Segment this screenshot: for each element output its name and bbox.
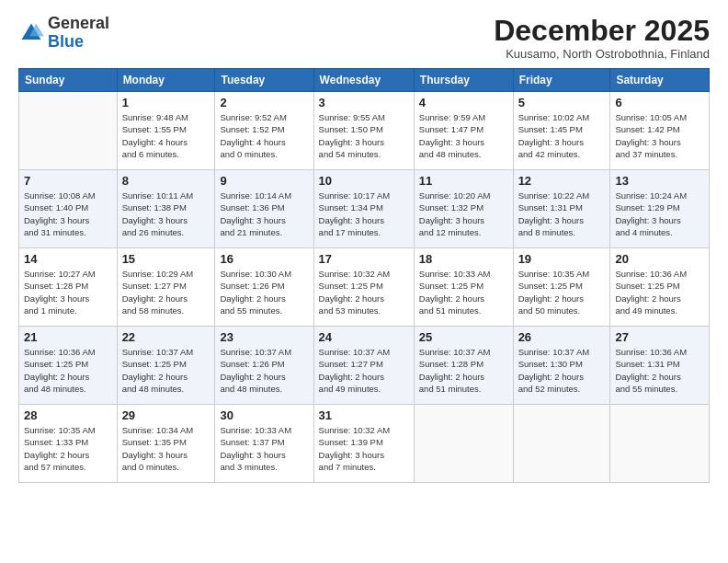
day-number: 18 bbox=[419, 252, 508, 266]
table-row: 28Sunrise: 10:35 AMSunset: 1:33 PMDaylig… bbox=[19, 405, 118, 483]
day-info: Sunrise: 10:02 AMSunset: 1:45 PMDaylight… bbox=[518, 111, 606, 160]
table-row: 27Sunrise: 10:36 AMSunset: 1:31 PMDaylig… bbox=[610, 327, 710, 405]
day-number: 30 bbox=[220, 408, 308, 422]
table-row: 8Sunrise: 10:11 AMSunset: 1:38 PMDayligh… bbox=[117, 170, 215, 248]
day-number: 14 bbox=[24, 252, 112, 266]
day-info: Sunrise: 10:37 AMSunset: 1:25 PMDaylight… bbox=[122, 346, 210, 395]
calendar-week-row: 7Sunrise: 10:08 AMSunset: 1:40 PMDayligh… bbox=[19, 170, 710, 248]
day-info: Sunrise: 10:36 AMSunset: 1:31 PMDaylight… bbox=[615, 346, 704, 395]
day-info: Sunrise: 10:35 AMSunset: 1:33 PMDaylight… bbox=[24, 424, 112, 473]
table-row: 14Sunrise: 10:27 AMSunset: 1:28 PMDaylig… bbox=[19, 248, 118, 327]
day-info: Sunrise: 10:37 AMSunset: 1:27 PMDaylight… bbox=[319, 346, 409, 395]
day-info: Sunrise: 9:59 AMSunset: 1:47 PMDaylight:… bbox=[419, 111, 508, 160]
day-info: Sunrise: 10:37 AMSunset: 1:28 PMDaylight… bbox=[419, 346, 508, 395]
day-number: 1 bbox=[122, 96, 210, 109]
logo-blue-text: Blue bbox=[48, 32, 84, 51]
day-info: Sunrise: 10:33 AMSunset: 1:37 PMDaylight… bbox=[220, 424, 308, 473]
table-row: 15Sunrise: 10:29 AMSunset: 1:27 PMDaylig… bbox=[117, 248, 215, 327]
table-row: 13Sunrise: 10:24 AMSunset: 1:29 PMDaylig… bbox=[610, 170, 710, 248]
day-info: Sunrise: 10:37 AMSunset: 1:30 PMDaylight… bbox=[518, 346, 606, 395]
header-wednesday: Wednesday bbox=[313, 69, 414, 92]
calendar-table: Sunday Monday Tuesday Wednesday Thursday… bbox=[18, 68, 710, 483]
table-row: 25Sunrise: 10:37 AMSunset: 1:28 PMDaylig… bbox=[414, 327, 513, 405]
day-number: 27 bbox=[615, 330, 704, 344]
logo-general-text: General bbox=[48, 14, 109, 32]
table-row bbox=[610, 405, 710, 483]
table-row: 29Sunrise: 10:34 AMSunset: 1:35 PMDaylig… bbox=[117, 405, 215, 483]
day-number: 24 bbox=[319, 330, 409, 344]
day-info: Sunrise: 10:22 AMSunset: 1:31 PMDaylight… bbox=[518, 190, 606, 238]
table-row: 31Sunrise: 10:32 AMSunset: 1:39 PMDaylig… bbox=[313, 405, 414, 483]
day-info: Sunrise: 10:29 AMSunset: 1:27 PMDaylight… bbox=[122, 268, 210, 316]
day-number: 7 bbox=[24, 174, 112, 188]
day-info: Sunrise: 10:34 AMSunset: 1:35 PMDaylight… bbox=[122, 424, 210, 473]
table-row: 26Sunrise: 10:37 AMSunset: 1:30 PMDaylig… bbox=[513, 327, 610, 405]
day-info: Sunrise: 10:32 AMSunset: 1:25 PMDaylight… bbox=[319, 268, 409, 316]
table-row: 9Sunrise: 10:14 AMSunset: 1:36 PMDayligh… bbox=[215, 170, 313, 248]
day-number: 11 bbox=[419, 174, 508, 188]
day-number: 5 bbox=[518, 96, 606, 109]
day-number: 28 bbox=[24, 408, 112, 422]
table-row: 10Sunrise: 10:17 AMSunset: 1:34 PMDaylig… bbox=[313, 170, 414, 248]
table-row: 7Sunrise: 10:08 AMSunset: 1:40 PMDayligh… bbox=[19, 170, 118, 248]
day-number: 12 bbox=[518, 174, 606, 188]
table-row: 17Sunrise: 10:32 AMSunset: 1:25 PMDaylig… bbox=[313, 248, 414, 327]
day-info: Sunrise: 10:27 AMSunset: 1:28 PMDaylight… bbox=[24, 268, 112, 316]
table-row: 18Sunrise: 10:33 AMSunset: 1:25 PMDaylig… bbox=[414, 248, 513, 327]
day-info: Sunrise: 10:36 AMSunset: 1:25 PMDaylight… bbox=[615, 268, 704, 316]
day-number: 21 bbox=[24, 330, 112, 344]
table-row: 19Sunrise: 10:35 AMSunset: 1:25 PMDaylig… bbox=[513, 248, 610, 327]
header-saturday: Saturday bbox=[610, 69, 710, 92]
table-row: 4Sunrise: 9:59 AMSunset: 1:47 PMDaylight… bbox=[414, 92, 513, 170]
day-number: 13 bbox=[615, 174, 704, 188]
day-info: Sunrise: 10:14 AMSunset: 1:36 PMDaylight… bbox=[220, 190, 308, 238]
table-row: 5Sunrise: 10:02 AMSunset: 1:45 PMDayligh… bbox=[513, 92, 610, 170]
day-number: 25 bbox=[419, 330, 508, 344]
day-info: Sunrise: 10:08 AMSunset: 1:40 PMDaylight… bbox=[24, 190, 112, 238]
table-row bbox=[513, 405, 610, 483]
day-info: Sunrise: 9:55 AMSunset: 1:50 PMDaylight:… bbox=[319, 111, 409, 160]
day-number: 6 bbox=[615, 96, 704, 109]
day-number: 23 bbox=[220, 330, 308, 344]
day-info: Sunrise: 10:05 AMSunset: 1:42 PMDaylight… bbox=[615, 111, 704, 160]
day-info: Sunrise: 10:35 AMSunset: 1:25 PMDaylight… bbox=[518, 268, 606, 316]
calendar-week-row: 14Sunrise: 10:27 AMSunset: 1:28 PMDaylig… bbox=[19, 248, 710, 327]
table-row bbox=[19, 92, 118, 170]
table-row: 22Sunrise: 10:37 AMSunset: 1:25 PMDaylig… bbox=[117, 327, 215, 405]
table-row: 3Sunrise: 9:55 AMSunset: 1:50 PMDaylight… bbox=[313, 92, 414, 170]
day-info: Sunrise: 10:37 AMSunset: 1:26 PMDaylight… bbox=[220, 346, 308, 395]
calendar-week-row: 1Sunrise: 9:48 AMSunset: 1:55 PMDaylight… bbox=[19, 92, 710, 170]
month-title: December 2025 bbox=[494, 15, 710, 47]
table-row: 2Sunrise: 9:52 AMSunset: 1:52 PMDaylight… bbox=[215, 92, 313, 170]
day-number: 19 bbox=[518, 252, 606, 266]
table-row: 11Sunrise: 10:20 AMSunset: 1:32 PMDaylig… bbox=[414, 170, 513, 248]
calendar-header-row: Sunday Monday Tuesday Wednesday Thursday… bbox=[19, 69, 710, 92]
day-number: 22 bbox=[122, 330, 210, 344]
calendar-week-row: 21Sunrise: 10:36 AMSunset: 1:25 PMDaylig… bbox=[19, 327, 710, 405]
day-number: 29 bbox=[122, 408, 210, 422]
table-row: 20Sunrise: 10:36 AMSunset: 1:25 PMDaylig… bbox=[610, 248, 710, 327]
table-row bbox=[414, 405, 513, 483]
day-number: 8 bbox=[122, 174, 210, 188]
location-text: Kuusamo, North Ostrobothnia, Finland bbox=[494, 47, 710, 61]
day-info: Sunrise: 9:48 AMSunset: 1:55 PMDaylight:… bbox=[122, 111, 210, 160]
day-number: 16 bbox=[220, 252, 308, 266]
day-number: 10 bbox=[319, 174, 409, 188]
day-number: 17 bbox=[319, 252, 409, 266]
table-row: 16Sunrise: 10:30 AMSunset: 1:26 PMDaylig… bbox=[215, 248, 313, 327]
calendar-week-row: 28Sunrise: 10:35 AMSunset: 1:33 PMDaylig… bbox=[19, 405, 710, 483]
table-row: 12Sunrise: 10:22 AMSunset: 1:31 PMDaylig… bbox=[513, 170, 610, 248]
table-row: 6Sunrise: 10:05 AMSunset: 1:42 PMDayligh… bbox=[610, 92, 710, 170]
day-info: Sunrise: 10:36 AMSunset: 1:25 PMDaylight… bbox=[24, 346, 112, 395]
day-number: 2 bbox=[220, 96, 308, 109]
table-row: 23Sunrise: 10:37 AMSunset: 1:26 PMDaylig… bbox=[215, 327, 313, 405]
table-row: 1Sunrise: 9:48 AMSunset: 1:55 PMDaylight… bbox=[117, 92, 215, 170]
day-info: Sunrise: 10:20 AMSunset: 1:32 PMDaylight… bbox=[419, 190, 508, 238]
day-number: 15 bbox=[122, 252, 210, 266]
table-row: 30Sunrise: 10:33 AMSunset: 1:37 PMDaylig… bbox=[215, 405, 313, 483]
header-friday: Friday bbox=[513, 69, 610, 92]
page-header: General Blue December 2025 Kuusamo, Nort… bbox=[18, 15, 710, 61]
header-thursday: Thursday bbox=[414, 69, 513, 92]
day-number: 4 bbox=[419, 96, 508, 109]
day-number: 26 bbox=[518, 330, 606, 344]
